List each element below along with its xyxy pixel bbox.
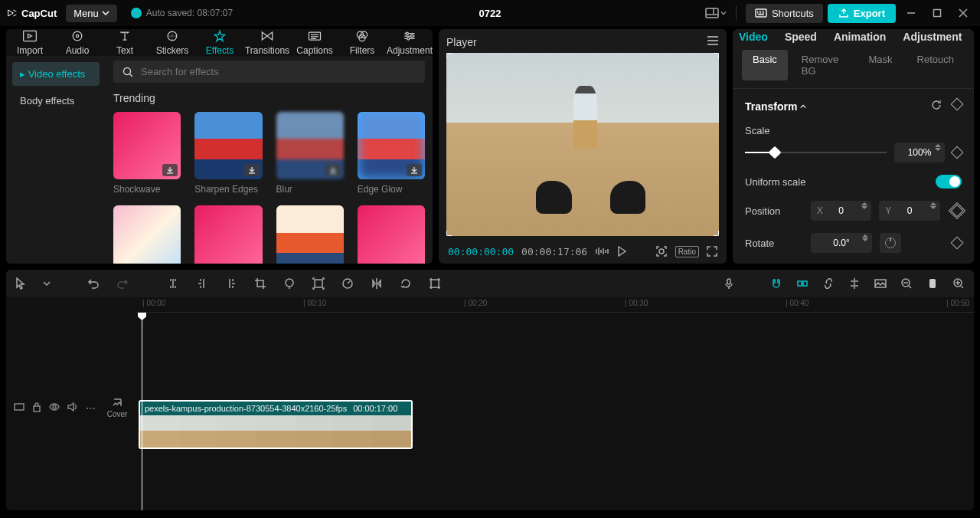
subtab-removebg[interactable]: Remove BG xyxy=(791,50,855,80)
video-clip[interactable]: pexels-kampus-production-8730554-3840x21… xyxy=(139,400,413,449)
svg-point-5 xyxy=(76,34,78,37)
download-icon[interactable] xyxy=(162,164,178,176)
timeline-ruler[interactable]: | 00:00 | 00:10 | 00:20 | 00:30 | 00:40 … xyxy=(136,297,974,313)
play-button[interactable] xyxy=(616,246,627,257)
zoom-in-icon[interactable] xyxy=(951,276,966,291)
tab-stickers[interactable]: Stickers xyxy=(149,29,196,56)
tab-filters[interactable]: Filters xyxy=(338,29,386,56)
trim-left-tool[interactable] xyxy=(194,276,210,291)
keyframe-icon[interactable] xyxy=(950,205,963,218)
player-viewport[interactable] xyxy=(446,53,719,236)
preview-icon[interactable] xyxy=(873,276,888,291)
zoom-slider-thumb[interactable] xyxy=(925,276,940,291)
effect-sharpen[interactable] xyxy=(194,112,262,179)
subtab-retouch[interactable]: Retouch xyxy=(906,50,965,80)
magnet-main-icon[interactable] xyxy=(769,276,784,291)
transform-section[interactable]: Transform xyxy=(745,100,806,113)
layout-icon[interactable] xyxy=(705,4,727,22)
eye-icon[interactable] xyxy=(49,402,60,414)
keyframe-icon[interactable] xyxy=(951,146,964,159)
svg-point-13 xyxy=(407,38,410,40)
effect-item[interactable] xyxy=(113,205,181,264)
download-icon[interactable] xyxy=(325,164,341,176)
download-icon[interactable] xyxy=(407,164,422,176)
fullscreen-icon[interactable] xyxy=(707,246,717,257)
link-icon[interactable] xyxy=(821,276,836,291)
scale-input[interactable]: 100% xyxy=(894,143,945,162)
marker-tool[interactable] xyxy=(282,276,297,291)
shortcuts-button[interactable]: Shortcuts xyxy=(746,4,823,23)
pos-x-input[interactable]: X0 xyxy=(811,201,872,221)
tab-effects[interactable]: Effects xyxy=(196,29,243,56)
align-icon[interactable] xyxy=(847,276,862,291)
search-input[interactable] xyxy=(141,66,416,77)
close-button[interactable] xyxy=(952,2,974,24)
undo-button[interactable] xyxy=(86,276,101,291)
redo-button[interactable] xyxy=(115,276,130,291)
reset-icon[interactable] xyxy=(931,100,942,113)
player-menu-icon[interactable] xyxy=(707,35,719,48)
effect-item[interactable] xyxy=(194,205,262,264)
transform-tool[interactable] xyxy=(427,276,443,291)
cover-button[interactable]: Cover xyxy=(106,398,129,418)
tab-adjustment[interactable]: Adjustment xyxy=(386,29,433,56)
trim-right-tool[interactable] xyxy=(224,276,239,291)
uniform-toggle[interactable] xyxy=(936,175,962,189)
speed-tool[interactable] xyxy=(340,276,355,291)
cat-body-effects[interactable]: Body effects xyxy=(12,89,100,113)
export-button[interactable]: Export xyxy=(828,4,896,23)
effect-blur[interactable] xyxy=(276,112,344,179)
svg-rect-2 xyxy=(934,10,941,17)
effect-item[interactable] xyxy=(276,205,344,264)
scale-slider[interactable] xyxy=(745,146,887,159)
titlebar: CapCut Menu Auto saved: 08:07:07 0722 Sh… xyxy=(0,0,980,26)
lock-icon[interactable] xyxy=(32,402,41,415)
tab-transitions[interactable]: Transitions xyxy=(243,29,291,56)
effect-edge-glow[interactable] xyxy=(358,112,425,179)
chevron-down-icon[interactable] xyxy=(43,276,51,291)
rotate-input[interactable]: 0.0° xyxy=(811,233,872,253)
pointer-tool[interactable] xyxy=(14,276,29,291)
more-icon[interactable]: ⋯ xyxy=(86,402,96,414)
subtab-mask[interactable]: Mask xyxy=(858,50,903,80)
position-label: Position xyxy=(745,205,803,217)
mic-icon[interactable] xyxy=(721,276,737,291)
menu-button[interactable]: Menu xyxy=(66,5,117,22)
tab-import[interactable]: Import xyxy=(6,29,54,56)
split-tool[interactable] xyxy=(165,276,181,291)
insp-tab-animation[interactable]: Animation xyxy=(834,31,886,44)
tab-captions[interactable]: Captions xyxy=(291,29,338,56)
insp-tab-video[interactable]: Video xyxy=(739,31,768,44)
ratio-button[interactable]: Ratio xyxy=(675,246,699,257)
svg-point-11 xyxy=(406,32,408,34)
mute-icon[interactable] xyxy=(67,402,78,414)
rotate-tool[interactable] xyxy=(398,276,413,291)
tab-audio[interactable]: Audio xyxy=(54,29,101,56)
playhead[interactable] xyxy=(142,313,142,510)
keyframe-icon[interactable] xyxy=(951,237,964,250)
keyframe-icon[interactable] xyxy=(951,98,964,111)
minimize-button[interactable] xyxy=(900,2,922,24)
download-icon[interactable] xyxy=(244,164,260,176)
tab-text[interactable]: Text xyxy=(101,29,149,56)
scan-icon[interactable] xyxy=(655,245,668,257)
effect-shockwave[interactable] xyxy=(113,112,181,179)
mirror-tool[interactable] xyxy=(369,276,384,291)
insp-tab-adjustment[interactable]: Adjustment xyxy=(903,31,962,44)
effect-item[interactable] xyxy=(358,205,425,264)
levels-icon[interactable] xyxy=(595,246,609,257)
crop-tool[interactable] xyxy=(253,276,268,291)
maximize-button[interactable] xyxy=(926,2,948,24)
zoom-out-icon[interactable] xyxy=(899,276,914,291)
effects-search[interactable] xyxy=(113,61,425,83)
snap-icon[interactable] xyxy=(795,276,810,291)
select-range-tool[interactable] xyxy=(311,276,326,291)
timeline-tracks[interactable]: pexels-kampus-production-8730554-3840x21… xyxy=(136,313,974,510)
subtab-basic[interactable]: Basic xyxy=(742,50,788,80)
cat-video-effects[interactable]: ▸ Video effects xyxy=(12,62,100,86)
insp-tab-speed[interactable]: Speed xyxy=(785,31,817,44)
effect-label: Shockwave xyxy=(113,184,181,195)
rotate-dial[interactable] xyxy=(880,233,901,253)
track-options-icon[interactable] xyxy=(14,402,24,415)
pos-y-input[interactable]: Y0 xyxy=(879,201,940,221)
